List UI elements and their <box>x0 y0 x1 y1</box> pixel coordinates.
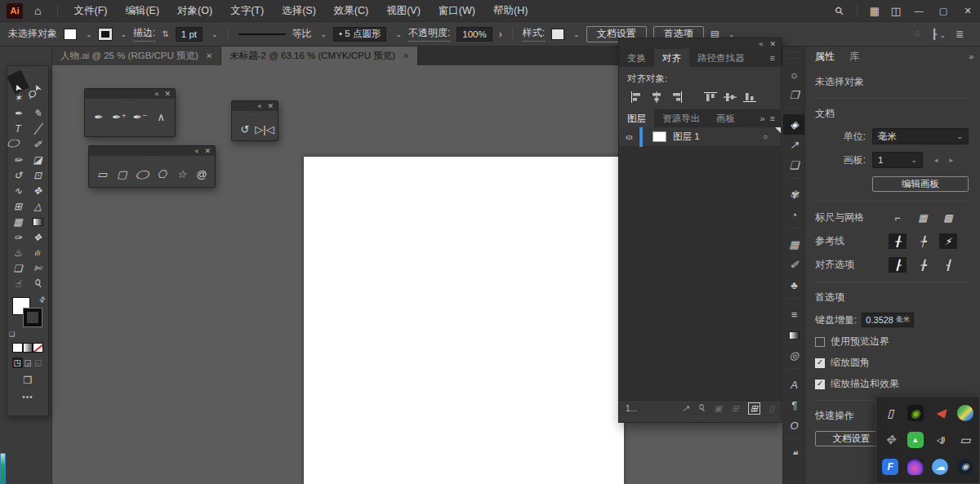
column-graph-tool[interactable]: ılı <box>28 245 47 260</box>
align-right-button[interactable] <box>666 91 686 103</box>
comments-panel-icon[interactable]: ❝ <box>783 445 805 465</box>
opacity-value[interactable]: 100% <box>457 27 492 42</box>
edit-toolbar-icon[interactable]: ••• <box>7 393 48 402</box>
close-icon[interactable]: ✕ <box>769 40 776 48</box>
smart-guides-icon[interactable]: ⚡ <box>939 233 957 249</box>
checkbox-box[interactable] <box>815 358 825 368</box>
snap-to-pixel-icon[interactable]: ┨ <box>939 257 957 273</box>
scale-tool[interactable]: ⊡ <box>28 167 47 183</box>
chevron-down-icon[interactable]: ⌄ <box>573 30 580 38</box>
expand-icon[interactable]: » <box>760 113 764 123</box>
photos-tray-icon[interactable] <box>957 405 973 421</box>
artboard-nav-arrows[interactable]: ◂▸ <box>934 156 964 164</box>
reflect-tool[interactable]: ▷|◁ <box>255 120 274 138</box>
align-horizontal-center-button[interactable] <box>647 91 666 103</box>
close-icon[interactable]: ✕ <box>164 90 171 98</box>
eyedropper-tool[interactable]: ✑ <box>8 229 28 245</box>
chevron-down-icon[interactable]: ⌄ <box>321 30 327 38</box>
menu-item[interactable]: 窗口(W) <box>430 4 484 18</box>
layer-target-icon[interactable]: ○ <box>763 132 768 141</box>
tab-libraries[interactable]: 库 <box>849 50 859 64</box>
anchor-point-tool[interactable]: ∧ <box>151 108 171 126</box>
make-clipping-mask-icon[interactable]: ▣ <box>714 403 722 414</box>
locate-object-icon[interactable]: ⚲ <box>696 402 708 415</box>
stroke-color-swatch[interactable] <box>99 29 112 40</box>
steam-tray-icon[interactable]: ◉ <box>957 459 973 475</box>
swap-fill-stroke-icon[interactable]: ⇄ <box>38 295 47 304</box>
opentype-panel-icon[interactable]: O <box>783 415 805 436</box>
layer-name[interactable]: 图层 1 <box>673 131 700 143</box>
app-logo[interactable]: Ai <box>7 3 23 19</box>
collapse-dock-icon[interactable]: » <box>969 52 973 61</box>
stroke-stepper-icon[interactable]: ⇅ <box>162 29 168 38</box>
align-left-button[interactable] <box>627 91 647 103</box>
appearance-panel-icon[interactable]: ☼ <box>783 64 805 85</box>
chevron-down-icon[interactable]: ⌄ <box>728 30 735 38</box>
align-vertical-center-button[interactable] <box>720 91 740 103</box>
edit-artboards-button[interactable]: 编辑画板 <box>872 176 969 192</box>
paragraph-panel-icon[interactable]: ¶ <box>783 395 805 415</box>
mesh-tool[interactable]: ▦ <box>8 214 28 229</box>
search-icon[interactable]: ⚲ <box>829 5 850 17</box>
paintbrush-tool[interactable]: ✐ <box>28 136 47 152</box>
units-select[interactable]: 毫米 ⌄ <box>872 128 969 144</box>
collapse-icon[interactable]: « <box>194 147 198 155</box>
ellipse-tool[interactable]: ◯ <box>7 138 29 150</box>
snap-to-grid-icon[interactable]: ┠ <box>889 257 906 273</box>
star-tool[interactable]: ☆ <box>172 165 191 183</box>
panel-resize-handle[interactable]: ····· <box>619 416 781 422</box>
pathfinder-panel-icon[interactable]: ❒ <box>783 85 805 105</box>
menu-item[interactable]: 文字(T) <box>221 4 273 18</box>
layer-row[interactable]: ⊙ 图层 1 ○ <box>619 127 781 147</box>
spiral-tool[interactable]: @ <box>192 165 212 183</box>
perspective-grid-tool[interactable]: △ <box>28 198 47 214</box>
close-icon[interactable]: ✕ <box>267 102 274 110</box>
layer-list-empty-area[interactable] <box>619 147 781 400</box>
none-button[interactable] <box>33 343 43 353</box>
rotate-tool[interactable]: ↺ <box>8 167 28 183</box>
new-layer-icon[interactable]: ⊞ <box>748 402 760 415</box>
menu-item[interactable]: 视图(V) <box>377 4 430 18</box>
transparency-grid-icon[interactable]: ▩ <box>939 210 957 225</box>
collapse-icon[interactable]: « <box>257 102 261 110</box>
layer-thumbnail[interactable] <box>653 131 666 142</box>
gradient-button[interactable] <box>23 343 33 353</box>
show-guides-icon[interactable]: ╂ <box>889 233 906 249</box>
maximize-button[interactable]: ▢ <box>931 0 956 22</box>
artboard-tool[interactable]: ❏ <box>8 260 28 276</box>
drag-handle[interactable]: ····· <box>85 99 175 106</box>
use-preview-bounds-checkbox[interactable]: 使用预览边界 <box>815 335 980 349</box>
style-label[interactable]: 样式: <box>523 26 545 42</box>
document-tab-untitled2[interactable]: 未标题-2 @ 63.16 % (CMYK/CPU 预览) ✕ <box>221 47 418 65</box>
color-button[interactable] <box>12 343 23 353</box>
stroke-profile-value[interactable]: 等比 <box>292 27 312 41</box>
volume-tray-icon[interactable]: ◁)) <box>932 432 948 448</box>
usb-tray-icon[interactable]: ▯ <box>882 405 898 421</box>
chevron-down-icon[interactable]: ⌄ <box>86 30 92 38</box>
checkbox-box[interactable] <box>815 380 825 389</box>
swatches-panel-icon[interactable]: ▦ <box>783 234 805 255</box>
menu-item[interactable]: 编辑(E) <box>116 4 168 18</box>
add-anchor-point-tool[interactable]: ✒⁺ <box>109 108 129 126</box>
tab-pathfinder[interactable]: 路径查找器 <box>689 49 753 67</box>
green-app-tray-icon[interactable]: ▲ <box>907 432 924 448</box>
rotate-tool[interactable]: ↺ <box>235 120 255 138</box>
shaper-tool[interactable]: ✏ <box>8 152 28 167</box>
menu-item[interactable]: 文件(F) <box>65 4 116 18</box>
eraser-tool[interactable]: ◪ <box>28 152 47 167</box>
minimize-button[interactable]: — <box>906 0 931 22</box>
brush-definition-value[interactable]: • 5 点圆形 <box>333 27 386 42</box>
layers-panel-icon[interactable]: ◈ <box>783 114 805 135</box>
scale-strokes-effects-checkbox[interactable]: 缩放描边和效果 <box>815 377 980 391</box>
workspace-icon[interactable]: ▦ <box>864 5 885 17</box>
tab-align[interactable]: 对齐 <box>654 49 689 67</box>
tab-transform[interactable]: 变换 <box>619 49 654 67</box>
stroke-color-indicator[interactable] <box>24 309 42 326</box>
show-rulers-icon[interactable]: ⌐ <box>889 210 906 225</box>
transparency-panel-icon[interactable]: ◎ <box>783 345 805 366</box>
stroke-weight-label[interactable]: 描边: <box>133 26 155 42</box>
f-app-tray-icon[interactable]: F <box>882 459 898 475</box>
color-guide-panel-icon[interactable]: ◔ <box>783 205 805 225</box>
collapse-icon[interactable]: « <box>759 40 763 48</box>
screen-mode-icon[interactable]: ❐ <box>7 375 48 386</box>
